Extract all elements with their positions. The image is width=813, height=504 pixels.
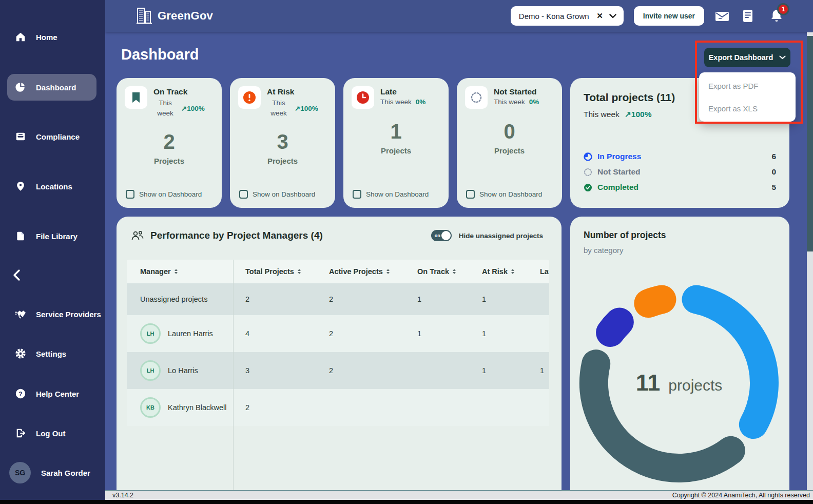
export-dashboard-label: Export Dashboard [709, 53, 773, 62]
table-row[interactable]: LH Lo Harris 3 2 1 1 [127, 352, 549, 389]
clock-icon [352, 86, 374, 109]
sidebar-collapse-button[interactable] [12, 266, 29, 284]
sidebar-item-label: Compliance [36, 132, 80, 141]
sidebar-item-home[interactable]: Home [0, 27, 105, 47]
menu-item-export-xls[interactable]: Export as XLS [699, 97, 796, 120]
stat-unit: Projects [238, 157, 327, 165]
sidebar-item-label: File Library [36, 232, 78, 241]
user-name: Sarah Gorder [41, 469, 90, 477]
stat-unit: Projects [352, 146, 440, 155]
sort-icon[interactable] [175, 269, 178, 274]
total-projects-trend: ↗100% [625, 110, 652, 119]
status-row-not-started: Not Started 0 [584, 164, 776, 180]
table-row[interactable]: KB Kathryn Blackwell 2 [127, 389, 549, 426]
column-header-manager[interactable]: Manager [127, 260, 234, 283]
sidebar-item-settings[interactable]: Settings [0, 343, 105, 364]
stat-unit: Projects [125, 157, 214, 165]
donut-chart: 11 projects [578, 282, 780, 483]
bell-icon[interactable]: 1 [769, 8, 784, 24]
handshake-icon [14, 308, 27, 320]
menu-item-export-pdf[interactable]: Export as PDF [699, 74, 796, 97]
checkbox[interactable] [239, 190, 248, 199]
checkbox[interactable] [126, 190, 134, 199]
stat-card-not-started: Not Started This week 0% 0 Projects Show… [457, 78, 562, 208]
stat-period: This week [153, 98, 177, 119]
column-header-active-projects[interactable]: Active Projects [317, 260, 405, 283]
show-on-dashboard-checkbox[interactable]: Show on Dashboard [466, 190, 542, 199]
app-name: GreenGov [158, 9, 213, 23]
org-selector[interactable]: Demo - Kona Grown ✕ [511, 6, 624, 26]
question-icon: ? [14, 387, 27, 400]
notification-badge: 1 [777, 3, 789, 15]
bottom-bar [0, 500, 813, 504]
check-circle-icon [584, 183, 592, 192]
performance-title: Performance by Project Managers (4) [150, 230, 323, 241]
checkbox[interactable] [353, 190, 361, 199]
dashed-circle-icon [584, 168, 592, 177]
chevron-left-icon [12, 269, 22, 281]
sort-icon[interactable] [511, 269, 514, 274]
clear-icon[interactable]: ✕ [594, 11, 605, 21]
inbox-icon [14, 130, 27, 143]
invite-new-user-button[interactable]: Invite new user [634, 6, 704, 26]
app-logo: GreenGov [136, 7, 213, 25]
donut-center-label: 11 projects [578, 282, 780, 483]
column-header-total-projects[interactable]: Total Projects [234, 260, 317, 283]
mail-icon[interactable] [714, 8, 730, 24]
stat-card-at-risk: At Risk This week ↗100% 3 Projects Show … [230, 78, 335, 208]
sidebar-item-locations[interactable]: Locations [0, 176, 105, 197]
sidebar-item-service-providers[interactable]: Service Providers [0, 304, 105, 324]
table-header-row: Manager Total Projects Active Projects O… [127, 260, 549, 283]
column-header-on-track[interactable]: On Track [405, 260, 470, 283]
buildings-icon [136, 7, 152, 25]
export-menu: Export as PDF Export as XLS [699, 72, 796, 122]
show-on-dashboard-checkbox[interactable]: Show on Dashboard [239, 190, 315, 199]
cell-at-risk [470, 389, 528, 426]
cell-late [528, 283, 549, 315]
sort-icon[interactable] [386, 269, 390, 274]
cell-total: 3 [234, 352, 317, 389]
avatar: LH [140, 323, 161, 344]
cell-on-track [405, 389, 470, 426]
sidebar-item-log-out[interactable]: Log Out [0, 423, 105, 443]
sort-icon[interactable] [298, 269, 301, 274]
cell-on-track: 1 [405, 315, 470, 352]
sidebar-item-label: Home [36, 33, 57, 42]
page-title: Dashboard [121, 46, 199, 63]
column-header-late[interactable]: Late [528, 260, 549, 283]
cell-late: 1 [528, 352, 549, 389]
sidebar-item-file-library[interactable]: File Library [0, 226, 105, 246]
stat-value: 2 [125, 130, 214, 153]
table-row[interactable]: LH Lauren Harris 4 2 1 1 [127, 315, 549, 352]
show-on-dashboard-checkbox[interactable]: Show on Dashboard [353, 190, 429, 199]
document-icon[interactable] [740, 8, 756, 24]
cell-at-risk: 1 [470, 352, 528, 389]
home-icon [14, 31, 27, 43]
app-screen: Home Dashboard Compliance [0, 0, 813, 504]
toggle-knob [441, 231, 451, 240]
sidebar-item-dashboard[interactable]: Dashboard [7, 74, 96, 101]
stat-trend: ↗100% [181, 104, 205, 112]
table-row[interactable]: Unassigned projects 2 2 1 1 [127, 283, 549, 315]
column-header-at-risk[interactable]: At Risk [470, 260, 528, 283]
export-dashboard-button[interactable]: Export Dashboard [704, 48, 790, 67]
scrollbar-thumb[interactable] [807, 36, 813, 251]
checkbox[interactable] [466, 190, 475, 199]
sort-icon[interactable] [453, 269, 456, 274]
sidebar-item-label: Log Out [36, 429, 65, 438]
user-chip[interactable]: SG Sarah Gorder [0, 458, 105, 487]
bookmark-icon [125, 86, 147, 109]
sidebar-item-help-center[interactable]: ? Help Center [0, 383, 105, 404]
hide-unassigned-toggle[interactable]: on [431, 230, 452, 241]
show-on-dashboard-checkbox[interactable]: Show on Dashboard [126, 190, 202, 199]
file-icon [14, 230, 27, 242]
cell-on-track: 1 [405, 283, 470, 315]
stat-trend: ↗100% [295, 104, 318, 112]
map-pin-icon [14, 180, 27, 192]
cell-total: 4 [234, 315, 317, 352]
chevron-down-icon[interactable] [609, 14, 616, 18]
sidebar-item-compliance[interactable]: Compliance [0, 126, 105, 147]
app-version: v3.14.2 [112, 492, 133, 499]
dashed-circle-icon [465, 86, 488, 109]
stat-trend: 0% [416, 98, 426, 106]
